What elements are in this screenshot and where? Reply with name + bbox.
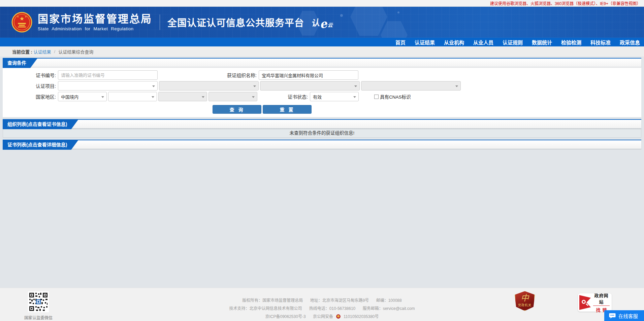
- main-content: 查询条件 证书编号: 获证组织名称: 认证项目:: [0, 57, 644, 288]
- chat-bubble-icon: [609, 313, 616, 319]
- tech-support-text: 技术支持：北京中认网信息技术有限公司: [229, 306, 302, 311]
- browser-recommendation-text: 建议使用谷歌浏览器、火狐浏览器、360浏览器（极速模式）、IE9+（非兼容性视图…: [490, 0, 641, 6]
- cert-list-section-header: 证书列表(点击查看详细信息): [3, 140, 641, 149]
- page-footer: 国家认监委微信 版权所有：国家市场监督管理总局 地址：北京市海淀区马甸东路9号 …: [0, 288, 644, 321]
- project-label: 认证项目:: [3, 82, 58, 89]
- nav-item-tech-standards[interactable]: 科技标准: [590, 39, 611, 46]
- breadcrumb-separator: /: [54, 49, 56, 54]
- nav-item-inspection[interactable]: 检验检测: [561, 39, 581, 46]
- nav-item-data-stats[interactable]: 数据统计: [532, 39, 552, 46]
- org-list-empty-message: 未查到符合条件的获证组织信息!: [3, 129, 641, 138]
- party-gov-badge[interactable]: 中 党政机关: [514, 291, 536, 311]
- cnas-checkbox-wrap[interactable]: 具有CNAS标识: [374, 93, 411, 100]
- nav-item-procurement[interactable]: 政采信息: [620, 39, 640, 46]
- form-buttons: 查 询 重 置: [61, 105, 463, 114]
- chevron-down-icon: [152, 85, 155, 87]
- qr-caption: 国家认监委微信: [24, 315, 53, 320]
- query-section-title: 查询条件: [3, 58, 38, 68]
- org-title-block: 国家市场监督管理总局 State Administration for Mark…: [38, 13, 152, 31]
- province-select[interactable]: [108, 92, 157, 101]
- district-select: [208, 92, 257, 101]
- chevron-down-icon: [455, 85, 458, 87]
- org-list-section-header: 组织列表(点击查看证书信息): [3, 119, 641, 129]
- cert-no-label: 证书编号:: [3, 72, 58, 78]
- nav-item-home[interactable]: 首页: [395, 39, 406, 46]
- dot-decoration: [340, 14, 343, 17]
- select-value: 中国境内: [61, 94, 78, 100]
- national-emblem-logo: ★ ★ ★: [11, 12, 32, 33]
- postcode-text: 邮编：100088: [376, 298, 402, 303]
- police-record-prefix: 京公网安备: [313, 314, 333, 319]
- online-service-label: 在线客服: [618, 312, 638, 319]
- nav-item-cert-results[interactable]: 认证结果: [415, 39, 435, 46]
- region-label: 国家地区:: [3, 93, 58, 100]
- city-select: [158, 92, 207, 101]
- nav-item-cert-rules[interactable]: 认证规则: [503, 39, 523, 46]
- org-name-input[interactable]: [259, 70, 358, 80]
- main-nav: 首页 认证结果 从业机构 从业人员 认证规则 数据统计 检验检测 科技标准 政采…: [0, 38, 644, 46]
- footer-line-3: 京ICP备09062530号-3 京公网安备11010502035380号: [0, 313, 644, 319]
- query-form: 证书编号: 获证组织名称: 认证项目: 国家地区: 中国境内: [3, 67, 641, 117]
- status-label: 证书状态:: [257, 93, 310, 100]
- platform-title: 全国认证认可信息公共服务平台: [167, 15, 304, 29]
- svg-text:★: ★: [25, 15, 27, 18]
- project-select-level3: [260, 81, 360, 91]
- dot-decoration: [397, 11, 399, 13]
- browser-notice-bar: 建议使用谷歌浏览器、火狐浏览器、360浏览器（极速模式）、IE9+（非兼容性视图…: [0, 0, 644, 7]
- query-section-header: 查询条件: [3, 58, 641, 67]
- gov-badge-text: 政府网站 找错: [592, 292, 610, 313]
- org-name-english: State Administration for Market Regulati…: [38, 26, 152, 31]
- chevron-down-icon: [152, 96, 154, 98]
- nav-item-institutions[interactable]: 从业机构: [444, 39, 464, 46]
- org-list-section-title: 组织列表(点击查看证书信息): [3, 119, 78, 129]
- chevron-down-icon: [353, 96, 356, 98]
- reset-button[interactable]: 重 置: [263, 105, 312, 114]
- copyright-text: 版权所有：国家市场监督管理总局: [242, 298, 303, 303]
- wechat-qr-block: 国家认监委微信: [24, 291, 53, 320]
- chevron-down-icon: [252, 96, 255, 98]
- breadcrumb-link-cert-results[interactable]: 认证结果: [34, 48, 51, 55]
- chevron-down-icon: [101, 96, 104, 98]
- cert-list-section-title: 证书列表(点击查看详细信息): [3, 140, 78, 150]
- gov-site-error-report-badge[interactable]: 政府网站 找错: [578, 293, 612, 312]
- search-button[interactable]: 查 询: [213, 105, 261, 114]
- project-select-level2: [159, 81, 259, 91]
- project-select-level4: [361, 81, 461, 91]
- site-header: ★ ★ ★ 国家市场监督管理总局 State Administration fo…: [0, 7, 644, 38]
- online-service-button[interactable]: 在线客服: [604, 310, 644, 321]
- hexagon-decoration: [350, 7, 387, 37]
- hotline-text: 热线电话：010-56738610: [309, 306, 355, 311]
- cnas-label: 具有CNAS标识: [380, 93, 411, 100]
- org-name-chinese: 国家市场监督管理总局: [38, 13, 152, 25]
- red-divider: [593, 306, 610, 306]
- footer-text-block: 版权所有：国家市场监督管理总局 地址：北京市海淀区马甸东路9号 邮编：10008…: [0, 288, 644, 319]
- chevron-down-icon: [202, 96, 204, 98]
- service-email-text: 服务邮箱：service@cait.com: [363, 306, 415, 311]
- select-value: 有效: [313, 94, 322, 100]
- nav-item-personnel[interactable]: 从业人员: [473, 39, 493, 46]
- qr-code-image: [28, 291, 49, 312]
- breadcrumb-current-page: 认证结果综合查询: [58, 48, 93, 55]
- status-select[interactable]: 有效: [310, 92, 359, 101]
- form-row-project: 认证项目:: [3, 81, 641, 91]
- breadcrumb: 当前位置 : 认证结果 / 认证结果综合查询: [0, 46, 644, 57]
- police-record-number: 11010502035380号: [344, 314, 379, 319]
- ren-e-yun-logo: 认 e 云: [311, 16, 333, 28]
- form-row-cert-no: 证书编号: 获证组织名称:: [3, 70, 641, 80]
- footer-line-2: 技术支持：北京中认网信息技术有限公司 热线电话：010-56738610 服务邮…: [0, 305, 644, 311]
- org-name-label: 获证组织名称:: [159, 72, 259, 78]
- svg-text:★: ★: [20, 15, 25, 22]
- flag-magnifier-icon: [579, 295, 591, 310]
- svg-text:★: ★: [17, 15, 19, 18]
- icp-number-text: 京ICP备09062530号-3: [265, 314, 306, 319]
- breadcrumb-prefix: 当前位置 :: [12, 48, 32, 55]
- address-text: 地址：北京市海淀区马甸东路9号: [310, 298, 369, 303]
- project-select-level1[interactable]: [58, 81, 158, 91]
- cnas-checkbox[interactable]: [374, 95, 379, 99]
- cert-no-input[interactable]: [58, 70, 158, 80]
- form-row-region-status: 国家地区: 中国境内 证书状态: 有效 具有CNAS标识: [3, 92, 641, 101]
- header-divider: [160, 14, 160, 30]
- chevron-down-icon: [253, 85, 256, 87]
- region-select[interactable]: 中国境内: [58, 92, 107, 101]
- shield-icon: 中 党政机关: [515, 291, 535, 311]
